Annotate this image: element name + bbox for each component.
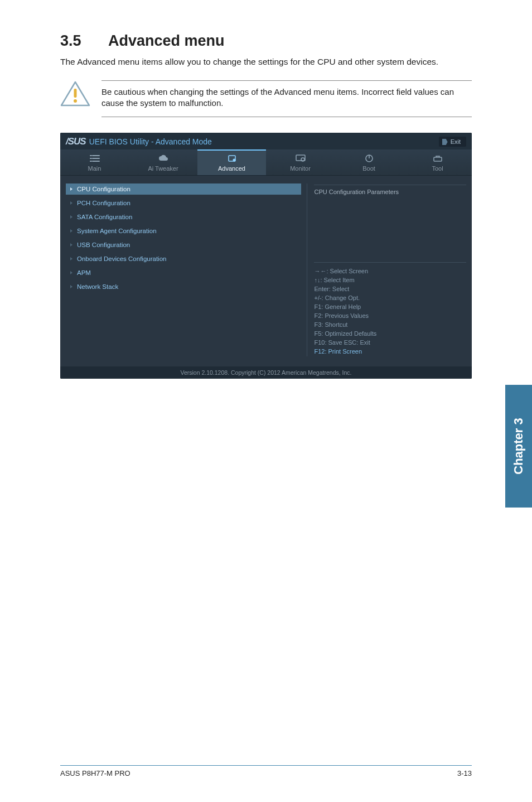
intro-paragraph: The Advanced menu items allow you to cha…: [60, 56, 472, 68]
help-line: F5: Optimized Defaults: [314, 330, 466, 339]
tab-label: Tool: [432, 165, 443, 172]
info-panel-title: CPU Configuration Parameters: [314, 185, 466, 195]
help-line: F10: Save ESC: Exit: [314, 339, 466, 347]
chevron-right-icon: [69, 215, 74, 219]
tab-label: Advanced: [218, 165, 245, 172]
menu-cpu-configuration[interactable]: CPU Configuration: [66, 183, 301, 195]
menu-onboard-devices[interactable]: Onboard Devices Configuration: [66, 253, 301, 264]
menu-network-stack[interactable]: Network Stack: [66, 281, 301, 292]
section-heading: 3.5Advanced menu: [60, 32, 472, 50]
svg-point-4: [233, 159, 235, 162]
tab-label: Boot: [362, 165, 375, 172]
bios-window: /SUS UEFI BIOS Utility - Advanced Mode E…: [60, 133, 472, 378]
help-line: Enter: Select: [314, 285, 466, 294]
chevron-right-icon: [69, 201, 74, 205]
bios-info-panel: CPU Configuration Parameters →←: Select …: [307, 183, 466, 356]
help-line: →←: Select Screen: [314, 267, 466, 276]
help-line: F12: Print Screen: [314, 347, 466, 356]
footer-right: 3-13: [457, 769, 472, 777]
bios-footer: Version 2.10.1208. Copyright (C) 2012 Am…: [60, 366, 472, 379]
section-title-text: Advanced menu: [108, 32, 225, 49]
chevron-right-icon: [69, 229, 74, 233]
tab-main[interactable]: Main: [60, 149, 129, 175]
help-line: F1: General Help: [314, 303, 466, 312]
menu-usb-configuration[interactable]: USB Configuration: [66, 239, 301, 250]
menu-sata-configuration[interactable]: SATA Configuration: [66, 211, 301, 223]
svg-rect-9: [434, 157, 442, 161]
help-line: F3: Shortcut: [314, 321, 466, 330]
chip-icon: [226, 154, 238, 163]
menu-item-label: SATA Configuration: [77, 214, 132, 220]
chevron-right-icon: [69, 257, 74, 261]
menu-pch-configuration[interactable]: PCH Configuration: [66, 197, 301, 209]
tab-ai-tweaker[interactable]: Ai Tweaker: [129, 149, 197, 175]
menu-item-label: CPU Configuration: [77, 186, 130, 192]
help-line: ↑↓: Select Item: [314, 276, 466, 285]
page-footer: ASUS P8H77-M PRO 3-13: [60, 765, 472, 777]
tab-monitor[interactable]: Monitor: [266, 149, 335, 175]
svg-point-2: [74, 99, 77, 103]
help-keys: →←: Select Screen ↑↓: Select Item Enter:…: [314, 262, 466, 356]
caution-block: Be cautious when changing the settings o…: [60, 80, 472, 118]
monitor-icon: [295, 154, 306, 163]
power-icon: [364, 154, 375, 163]
chevron-right-icon: [69, 243, 74, 247]
tab-tool[interactable]: Tool: [403, 149, 472, 175]
caution-text: Be cautious when changing the settings o…: [101, 86, 472, 109]
cloud-icon: [158, 154, 169, 163]
chapter-side-tab: Chapter 3: [505, 385, 532, 508]
tab-label: Monitor: [290, 165, 311, 172]
menu-item-label: Onboard Devices Configuration: [77, 255, 166, 262]
footer-left: ASUS P8H77-M PRO: [60, 769, 130, 777]
chevron-right-icon: [69, 187, 74, 191]
menu-item-label: APM: [77, 269, 91, 276]
chevron-right-icon: [69, 270, 74, 275]
menu-item-label: USB Configuration: [77, 241, 130, 248]
chapter-label: Chapter 3: [511, 418, 526, 474]
menu-system-agent-configuration[interactable]: System Agent Configuration: [66, 225, 301, 236]
caution-icon: [60, 80, 90, 107]
exit-label: Exit: [451, 138, 461, 145]
bios-menu-panel: CPU Configuration PCH Configuration SATA…: [66, 183, 301, 356]
tab-label: Ai Tweaker: [148, 165, 178, 172]
help-line: +/-: Change Opt.: [314, 294, 466, 303]
chevron-right-icon: [69, 284, 74, 289]
menu-item-label: System Agent Configuration: [77, 228, 157, 234]
menu-item-label: PCH Configuration: [77, 200, 130, 206]
tab-advanced[interactable]: Advanced: [197, 149, 266, 175]
bios-title: UEFI BIOS Utility - Advanced Mode: [89, 137, 212, 146]
help-line: F2: Previous Values: [314, 312, 466, 321]
list-icon: [89, 154, 100, 163]
menu-apm[interactable]: APM: [66, 267, 301, 278]
asus-logo: /SUS: [66, 136, 86, 147]
bios-tab-bar: Main Ai Tweaker Advanced Monitor Boot To…: [60, 149, 472, 176]
svg-rect-1: [74, 89, 77, 98]
tab-label: Main: [88, 165, 101, 172]
exit-button[interactable]: Exit: [439, 137, 466, 147]
tab-boot[interactable]: Boot: [335, 149, 403, 175]
section-number: 3.5: [60, 32, 108, 50]
tool-icon: [432, 154, 443, 163]
menu-item-label: Network Stack: [77, 283, 118, 290]
